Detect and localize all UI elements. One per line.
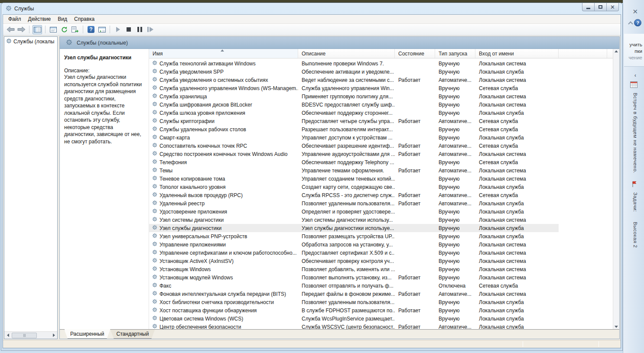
service-description: Обеспечение активации и уведомле... [298,69,395,75]
table-row[interactable]: Хост библиотеки счетчика производительно… [149,298,559,306]
chevron-up-icon[interactable] [628,21,633,26]
menu-Справка[interactable]: Справка [71,15,98,23]
stop-service-button[interactable] [124,25,133,34]
help-button[interactable]: ? [86,25,96,34]
table-row[interactable]: Фоновая интеллектуальная служба передачи… [149,290,559,298]
show-action-pane-button[interactable] [97,25,107,34]
table-row[interactable]: Сопоставитель конечных точек RPCОбеспечи… [149,142,559,150]
toolbar-separator [110,26,110,33]
service-logon-as: Сетевая служба [475,85,559,91]
close-icon[interactable]: ✕ [632,8,638,16]
table-row[interactable]: Установщик ActiveX (AxInstSV)Обеспечивае… [149,257,559,265]
table-row[interactable]: Службы удаленных рабочих столовРазрешает… [149,125,559,133]
help-icon[interactable]: ? [634,19,641,26]
table-row[interactable]: ТелефонияОбеспечивает поддержку Telephon… [149,158,559,166]
services-list: ИмяОписаниеСостояниеТип запускаВход от и… [149,49,619,329]
table-row[interactable]: Служба удаленного управления Windows (WS… [149,84,559,92]
table-row[interactable]: Смарт-картаУправляет доступом к устройст… [149,133,559,142]
table-row[interactable]: Служба шифрования дисков BitLockerBDESVC… [149,100,559,109]
table-row[interactable]: Управление сертификатами и ключом работо… [149,249,559,257]
service-startup-type: Вручную [435,110,475,116]
close-button[interactable]: ✕ [606,3,619,11]
menu-Вид[interactable]: Вид [54,15,71,23]
column-header-4[interactable]: Вход от имени [475,49,559,58]
minimize-button[interactable] [582,3,595,11]
tree-item-services-local[interactable]: Службы (локалы [4,37,57,46]
service-logon-as: Локальная служба [475,69,559,75]
restart-service-button[interactable] [146,25,155,34]
service-description: Служба WSCSVC (центр безопасност... [298,324,395,330]
appointments-status: Встреч в будущем не намечено. [633,93,638,173]
scroll-left-arrow[interactable] [4,332,11,339]
window-title: Службы [14,6,34,12]
table-row[interactable]: Хост поставщика функции обнаруженияВ слу… [149,306,559,314]
table-row[interactable]: Узел универсальных PNP-устройствПозволяе… [149,232,559,240]
export-list-button[interactable] [70,25,80,34]
table-row[interactable]: Цветовая система Windows (WCS)Служба Wcs… [149,314,559,323]
service-logon-as: Сетевая служба [475,159,559,165]
service-description: Управление аудиоустройствами для ... [298,151,395,157]
service-gear-icon [152,126,157,133]
status-bar-divider [598,341,599,347]
scroll-right-arrow[interactable] [50,332,57,339]
title-bar[interactable]: Службы ✕ [1,3,622,14]
service-gear-icon [152,208,157,215]
pause-service-button[interactable] [135,25,144,34]
start-service-button[interactable] [113,25,123,34]
menu-Действие[interactable]: Действие [25,15,55,23]
service-status: Работает [395,192,435,198]
table-row[interactable]: Средство построения конечных точек Windo… [149,150,559,158]
table-row[interactable]: Служба хранилищаПрименяет групповую поли… [149,92,559,100]
column-header-1[interactable]: Описание [298,49,395,58]
vertical-scrollbar[interactable] [613,49,619,329]
table-row[interactable]: Служба технологий активации WindowsВыпол… [149,59,559,68]
clipped-text-fragment: учить [624,42,644,48]
table-row[interactable]: Управление приложениямиОбработка запросо… [149,240,559,249]
service-gear-icon [152,315,157,322]
table-row[interactable]: ТемыУправление темами оформления.Работае… [149,166,559,175]
service-name: Служба уведомления о системных событиях [159,77,268,83]
table-row[interactable]: ФаксПозволяет отправлять и получать ф...… [149,282,559,290]
column-header-2[interactable]: Состояние [395,49,435,58]
scrollbar-thumb[interactable] [12,333,37,338]
back-button[interactable] [6,25,15,34]
service-startup-type: Вручную [435,299,475,305]
show-console-tree-button[interactable] [33,25,42,34]
table-row[interactable]: Служба шлюза уровня приложенияОбеспечива… [149,109,559,117]
table-row[interactable]: Службы криптографииПредоставляет четыре … [149,117,559,125]
table-row[interactable]: Теневое копирование томаУправляет создан… [149,175,559,183]
table-row[interactable]: Тополог канального уровняСоздает карту с… [149,183,559,191]
service-name: Фоновая интеллектуальная служба передачи… [159,291,286,297]
restore-button[interactable] [594,3,607,11]
close-icon: ✕ [610,4,615,10]
service-name: Узел системы диагностики [159,217,224,223]
table-row[interactable]: Установщик модулей WindowsПозволяет выпо… [149,273,559,282]
column-header-3[interactable]: Тип запуска [435,49,475,58]
table-row[interactable]: Удостоверение приложенияОпределяет и про… [149,207,559,216]
scroll-up-arrow[interactable] [615,50,618,52]
refresh-button[interactable] [59,25,69,34]
horizontal-scrollbar[interactable] [4,331,57,339]
selected-service-title: Узел службы диагностики [64,55,143,61]
play-icon [116,27,120,32]
forward-button[interactable] [16,25,26,34]
table-row[interactable]: Узел службы диагностикиУзел службы диагн… [149,224,559,232]
menu-Файл[interactable]: Файл [5,15,25,23]
scroll-down-arrow[interactable] [615,326,618,328]
column-header-0[interactable]: Имя [149,49,298,58]
table-row[interactable]: Служба уведомления SPPОбеспечение актива… [149,68,559,76]
chevron-left-icon[interactable]: ‹ [634,72,636,78]
table-row[interactable]: Служба уведомления о системных событияхВ… [149,76,559,84]
table-row[interactable]: Установщик WindowsПозволяет добавлять, и… [149,265,559,273]
properties-button[interactable] [49,25,58,34]
table-row[interactable]: Узел системы диагностикиУзел системы диа… [149,216,559,224]
table-row[interactable]: Удаленный реестрПозволяет удаленным поль… [149,199,559,207]
service-logon-as: Локальная служба [475,110,559,116]
service-startup-type: Автоматиче... [435,324,475,330]
service-description: Служба RPCSS - это диспетчер служ... [298,192,395,198]
table-row[interactable]: Удаленный вызов процедур (RPC)Служба RPC… [149,191,559,199]
tab-Расширенный[interactable]: Расширенный [64,329,111,339]
table-row[interactable]: Центр обеспечения безопасностиСлужба WSC… [149,323,559,329]
tab-Стандартный[interactable]: Стандартный [111,330,155,339]
service-logon-as: Локальная система [475,266,559,272]
